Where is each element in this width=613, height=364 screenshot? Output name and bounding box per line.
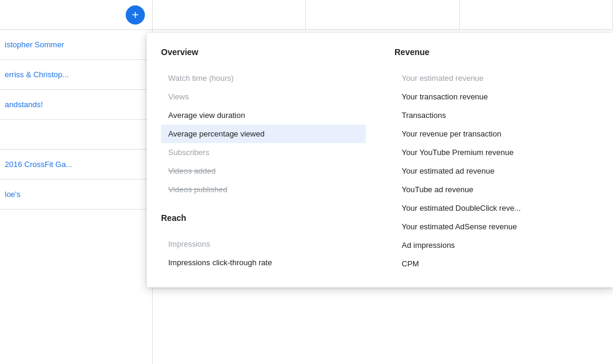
menu-item-est-revenue[interactable]: Your estimated revenue [394,69,599,87]
menu-item-subscribers[interactable]: Subscribers [161,143,366,162]
menu-item-views[interactable]: Views [161,87,366,106]
row-text-2[interactable]: erriss & Christop... [5,70,69,79]
main-container: + istopher Sommer erriss & Christop... a… [0,0,613,364]
menu-item-youtube-premium-revenue[interactable]: Your YouTube Premium revenue [394,143,599,162]
menu-item-ad-impressions[interactable]: Ad impressions [394,236,599,254]
menu-item-avg-pct-viewed[interactable]: Average percentage viewed [161,125,366,143]
top-col-3 [460,0,613,30]
row-text-1[interactable]: istopher Sommer [5,40,64,49]
top-col-1 [153,0,306,30]
menu-item-impressions[interactable]: Impressions [161,235,366,253]
dropdown-panel: Overview Watch time (hours) Views Averag… [147,33,613,287]
menu-item-watch-time[interactable]: Watch time (hours) [161,69,366,87]
overview-column: Overview Watch time (hours) Views Averag… [147,47,380,273]
menu-item-doubleclick-revenue[interactable]: Your estimated DoubleClick reve... [394,199,599,217]
table-row: 2016 CrossFit Ga... [0,150,152,180]
row-text-5[interactable]: 2016 CrossFit Ga... [5,160,72,169]
row-text-3[interactable]: andstands! [5,100,43,109]
table-row: loe's [0,180,152,210]
table-row: erriss & Christop... [0,60,152,90]
menu-item-adsense-revenue[interactable]: Your estimated AdSense revenue [394,217,599,236]
row-text-6[interactable]: loe's [5,190,20,199]
menu-item-videos-published: Videos published [161,180,366,199]
top-col-2 [306,0,459,30]
left-top-row: + [0,0,152,30]
table-row: andstands! [0,90,152,120]
menu-item-est-ad-revenue[interactable]: Your estimated ad revenue [394,162,599,180]
menu-item-revenue-per-transaction[interactable]: Your revenue per transaction [394,125,599,143]
menu-item-cpm[interactable]: CPM [394,254,599,273]
top-columns [153,0,613,30]
menu-item-avg-view-duration[interactable]: Average view duration [161,106,366,125]
left-panel: + istopher Sommer erriss & Christop... a… [0,0,153,364]
menu-item-transactions[interactable]: Transactions [394,106,599,125]
revenue-header: Revenue [394,47,599,59]
add-column-button[interactable]: + [126,5,145,25]
overview-header: Overview [161,47,366,59]
menu-item-youtube-ad-revenue[interactable]: YouTube ad revenue [394,180,599,199]
menu-item-videos-added: Videos added [161,162,366,180]
table-row: istopher Sommer [0,30,152,60]
revenue-column: Revenue Your estimated revenue Your tran… [380,47,613,273]
plus-icon: + [132,9,139,21]
menu-item-impressions-ctr[interactable]: Impressions click-through rate [161,253,366,272]
reach-header: Reach [161,213,366,225]
menu-item-transaction-revenue[interactable]: Your transaction revenue [394,87,599,106]
table-row-empty [0,120,152,150]
